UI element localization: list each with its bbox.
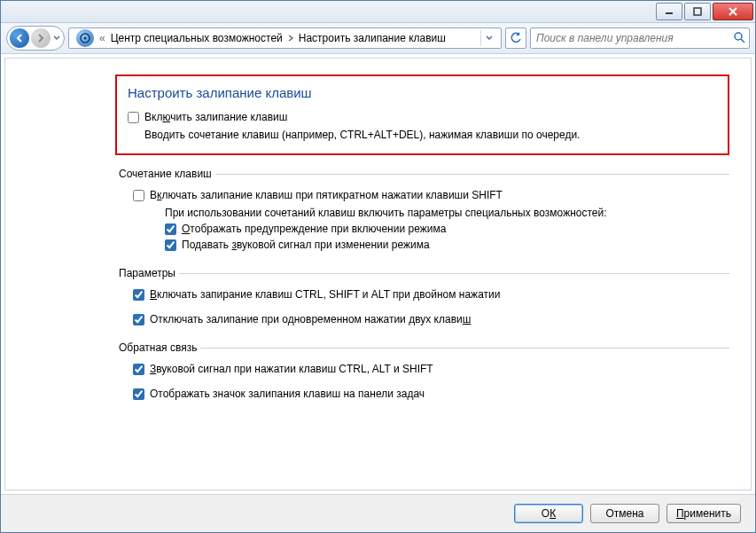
breadcrumb-chevrons: « bbox=[99, 32, 105, 44]
dialog-button-bar: ОК Отмена Применить bbox=[1, 494, 755, 532]
off-checkbox[interactable] bbox=[133, 314, 144, 325]
address-dropdown[interactable] bbox=[480, 30, 497, 46]
beep-checkbox[interactable] bbox=[133, 364, 144, 375]
shift5-label: Включать залипание клавиш при пятикратно… bbox=[150, 189, 503, 201]
control-panel-icon bbox=[76, 29, 94, 47]
nav-history-group bbox=[6, 26, 65, 51]
svg-point-6 bbox=[735, 33, 742, 40]
window-titlebar bbox=[1, 1, 755, 23]
content-area: Настроить залипание клавиш Включить зали… bbox=[4, 58, 752, 490]
tray-checkbox[interactable] bbox=[133, 388, 144, 400]
chevron-down-icon bbox=[53, 35, 60, 41]
tray-row[interactable]: Отображать значок залипания клавиш на па… bbox=[133, 388, 729, 400]
refresh-icon bbox=[510, 32, 522, 44]
close-icon bbox=[728, 7, 738, 16]
svg-rect-1 bbox=[694, 8, 701, 15]
beep-label: Звуковой сигнал при нажатии клавиш CTRL,… bbox=[150, 363, 433, 375]
chevron-down-icon bbox=[486, 35, 493, 41]
group-params: Параметры Включать запирание клавиш CTRL… bbox=[115, 267, 729, 329]
forward-arrow-icon bbox=[36, 34, 45, 43]
page-heading: Настроить залипание клавиш bbox=[128, 85, 717, 100]
refresh-button[interactable] bbox=[505, 27, 526, 49]
breadcrumb-item-2[interactable]: Настроить залипание клавиш bbox=[299, 32, 446, 44]
history-dropdown[interactable] bbox=[51, 28, 62, 48]
off-row[interactable]: Отключать залипание при одновременном на… bbox=[133, 313, 729, 325]
maximize-icon bbox=[693, 7, 702, 16]
tray-label: Отображать значок залипания клавиш на па… bbox=[150, 388, 425, 400]
sound-row[interactable]: Подавать звуковой сигнал при изменении р… bbox=[165, 239, 729, 251]
enable-sticky-checkbox[interactable] bbox=[128, 112, 139, 123]
warn-label: Отображать предупреждение при включении … bbox=[182, 223, 446, 235]
minimize-icon bbox=[665, 7, 674, 16]
lock-label: Включать запирание клавиш CTRL, SHIFT и … bbox=[150, 288, 500, 301]
control-panel-window: « Центр специальных возможностей Настрои… bbox=[0, 0, 756, 533]
search-icon[interactable] bbox=[733, 31, 745, 46]
svg-line-7 bbox=[741, 39, 744, 43]
beep-row[interactable]: Звуковой сигнал при нажатии клавиш CTRL,… bbox=[133, 363, 729, 375]
forward-button[interactable] bbox=[31, 28, 51, 48]
combo-subnote: При использовании сочетаний клавиш включ… bbox=[165, 207, 729, 219]
enable-sticky-row[interactable]: Включить залипание клавиш bbox=[128, 111, 717, 123]
highlight-box: Настроить залипание клавиш Включить зали… bbox=[115, 74, 729, 155]
ok-button[interactable]: ОК bbox=[514, 504, 583, 523]
group-params-legend: Параметры bbox=[115, 267, 179, 279]
search-input[interactable] bbox=[534, 31, 733, 45]
address-bar[interactable]: « Центр специальных возможностей Настрои… bbox=[68, 27, 502, 49]
sound-checkbox[interactable] bbox=[165, 239, 176, 251]
back-arrow-icon bbox=[15, 34, 24, 43]
lock-checkbox[interactable] bbox=[133, 289, 144, 301]
warn-row[interactable]: Отображать предупреждение при включении … bbox=[165, 223, 729, 235]
navigation-bar: « Центр специальных возможностей Настрои… bbox=[1, 23, 755, 54]
breadcrumb-sep-icon bbox=[288, 32, 293, 44]
group-feedback: Обратная связь Звуковой сигнал при нажат… bbox=[115, 341, 729, 404]
group-feedback-legend: Обратная связь bbox=[115, 341, 200, 354]
shift5-row[interactable]: Включать залипание клавиш при пятикратно… bbox=[133, 189, 729, 201]
shift5-checkbox[interactable] bbox=[133, 190, 144, 201]
warn-checkbox[interactable] bbox=[165, 223, 176, 235]
cancel-button[interactable]: Отмена bbox=[590, 504, 659, 523]
close-button[interactable] bbox=[713, 3, 753, 20]
group-key-combo: Сочетание клавиш Включать залипание клав… bbox=[115, 168, 729, 255]
back-button[interactable] bbox=[10, 28, 29, 48]
apply-button[interactable]: Применить bbox=[666, 504, 741, 523]
search-box[interactable] bbox=[530, 27, 750, 49]
svg-point-5 bbox=[84, 37, 87, 40]
enable-sticky-desc: Вводить сочетание клавиш (например, CTRL… bbox=[144, 129, 717, 141]
lock-row[interactable]: Включать запирание клавиш CTRL, SHIFT и … bbox=[133, 288, 729, 301]
sound-label: Подавать звуковой сигнал при изменении р… bbox=[182, 239, 430, 251]
off-label: Отключать залипание при одновременном на… bbox=[150, 313, 471, 325]
enable-sticky-label: Включить залипание клавиш bbox=[144, 111, 287, 123]
minimize-button[interactable] bbox=[656, 3, 682, 20]
breadcrumb-item-1[interactable]: Центр специальных возможностей bbox=[111, 32, 283, 44]
maximize-button[interactable] bbox=[684, 3, 711, 20]
group-key-combo-legend: Сочетание клавиш bbox=[115, 168, 215, 180]
